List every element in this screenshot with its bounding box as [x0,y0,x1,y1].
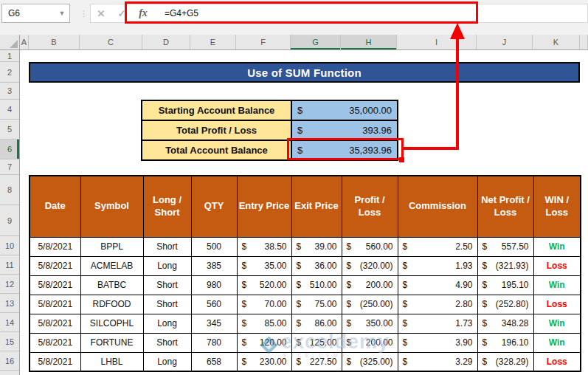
symbol-cell[interactable]: RDFOOD [80,295,143,314]
row-header-3[interactable]: 3 [0,83,19,100]
net-profit-loss-cell[interactable]: $195.10 [477,275,533,295]
column-header-c[interactable]: C [80,35,142,49]
commission-cell[interactable]: $1.93 [398,256,477,275]
symbol-cell[interactable]: ACMELAB [80,256,143,275]
column-header-g[interactable]: G [291,35,341,49]
insert-function-icon[interactable]: fx [132,7,154,19]
name-box[interactable]: G6 ▼ [1,4,70,23]
summary-label[interactable]: Starting Account Balance [142,100,291,120]
net-profit-loss-cell[interactable]: $(328.29) [477,352,533,371]
select-all-corner[interactable] [0,35,20,49]
column-header-b[interactable]: B [29,35,80,49]
qty-cell[interactable]: 658 [191,352,237,371]
row-header-13[interactable]: 13 [0,294,19,313]
column-header-e[interactable]: E [190,35,236,49]
date-cell[interactable]: 5/8/2021 [30,352,80,371]
position-cell[interactable]: Short [143,275,191,295]
net-profit-loss-cell[interactable]: $(252.80) [477,295,533,314]
position-cell[interactable]: Long [143,352,191,371]
trades-header-6[interactable]: Profit / Loss [342,176,398,237]
enter-icon[interactable]: ✓ [111,8,132,19]
qty-cell[interactable]: 500 [191,237,237,256]
formula-input[interactable]: =G4+G5 [154,8,198,18]
exit-price-cell[interactable]: $36.00 [291,256,342,275]
position-cell[interactable]: Long [143,314,191,333]
summary-label[interactable]: Total Profit / Loss [142,120,291,140]
cancel-icon[interactable]: ✕ [91,8,111,19]
entry-price-cell[interactable]: $120.00 [237,333,291,352]
row-header-9[interactable]: 9 [0,205,19,236]
qty-cell[interactable]: 385 [191,256,237,275]
symbol-cell[interactable]: FORTUNE [80,333,143,352]
row-header-16[interactable]: 16 [0,351,19,371]
date-cell[interactable]: 5/8/2021 [30,275,80,295]
trades-header-1[interactable]: Symbol [80,176,143,237]
profit-loss-cell[interactable]: $(250.00) [342,295,398,314]
row-header-8[interactable]: 8 [0,175,19,205]
row-header-7[interactable]: 7 [0,159,19,175]
win-loss-cell[interactable]: Win [533,314,581,333]
summary-label[interactable]: Total Account Balance [142,140,291,160]
exit-price-cell[interactable]: $510.00 [291,275,342,295]
trades-header-5[interactable]: Exit Price [291,176,342,237]
column-header-f[interactable]: F [236,35,291,49]
symbol-cell[interactable]: BPPL [80,237,143,256]
entry-price-cell[interactable]: $70.00 [237,295,291,314]
exit-price-cell[interactable]: $227.50 [291,352,342,371]
name-box-dropdown-icon[interactable]: ▼ [55,10,69,17]
position-cell[interactable]: Short [143,295,191,314]
summary-value[interactable]: $35,393.96 [291,140,398,160]
qty-cell[interactable]: 345 [191,314,237,333]
net-profit-loss-cell[interactable]: $196.10 [477,333,533,352]
profit-loss-cell[interactable]: $200.00 [342,275,398,295]
position-cell[interactable]: Long [143,256,191,275]
profit-loss-cell[interactable]: $560.00 [342,237,398,256]
win-loss-cell[interactable]: Loss [533,352,581,371]
commission-cell[interactable]: $2.80 [398,295,477,314]
row-header-6[interactable]: 6 [0,140,19,159]
qty-cell[interactable]: 780 [191,333,237,352]
exit-price-cell[interactable]: $39.00 [291,237,342,256]
formula-field[interactable]: ✕ ✓ fx =G4+G5 [90,4,588,23]
row-header-12[interactable]: 12 [0,275,19,294]
symbol-cell[interactable]: LHBL [80,352,143,371]
net-profit-loss-cell[interactable]: $557.50 [477,237,533,256]
row-header-10[interactable]: 10 [0,236,19,255]
win-loss-cell[interactable]: Loss [533,256,581,275]
row-header-4[interactable]: 4 [0,100,19,120]
win-loss-cell[interactable]: Loss [533,295,581,314]
entry-price-cell[interactable]: $520.00 [237,275,291,295]
trades-header-8[interactable]: Net Profit / Loss [477,176,533,237]
trades-header-4[interactable]: Entry Price [237,176,291,237]
column-header-k[interactable]: K [533,35,580,49]
row-header-5[interactable]: 5 [0,120,19,140]
column-header-i[interactable]: I [397,35,477,49]
trades-header-2[interactable]: Long / Short [143,176,191,237]
qty-cell[interactable]: 980 [191,275,237,295]
date-cell[interactable]: 5/8/2021 [30,237,80,256]
exit-price-cell[interactable]: $86.00 [291,314,342,333]
win-loss-cell[interactable]: Win [533,275,581,295]
date-cell[interactable]: 5/8/2021 [30,295,80,314]
date-cell[interactable]: 5/8/2021 [30,256,80,275]
commission-cell[interactable]: $4.90 [398,275,477,295]
profit-loss-cell[interactable]: $200.00 [342,333,398,352]
column-header-a[interactable]: A [20,35,29,49]
position-cell[interactable]: Short [143,237,191,256]
entry-price-cell[interactable]: $230.00 [237,352,291,371]
sheet-title-cell[interactable]: Use of SUM Function [29,62,580,83]
date-cell[interactable]: 5/8/2021 [30,333,80,352]
row-header-14[interactable]: 14 [0,313,19,332]
profit-loss-cell[interactable]: $350.00 [342,314,398,333]
commission-cell[interactable]: $2.50 [398,237,477,256]
exit-price-cell[interactable]: $125.00 [291,333,342,352]
trades-header-3[interactable]: QTY [191,176,237,237]
entry-price-cell[interactable]: $85.00 [237,314,291,333]
row-header-11[interactable]: 11 [0,255,19,275]
column-header-j[interactable]: J [477,35,533,49]
trades-header-9[interactable]: WIN / Loss [533,176,581,237]
row-header-15[interactable]: 15 [0,332,19,351]
exit-price-cell[interactable]: $75.00 [291,295,342,314]
commission-cell[interactable]: $3.90 [398,333,477,352]
net-profit-loss-cell[interactable]: $(321.93) [477,256,533,275]
